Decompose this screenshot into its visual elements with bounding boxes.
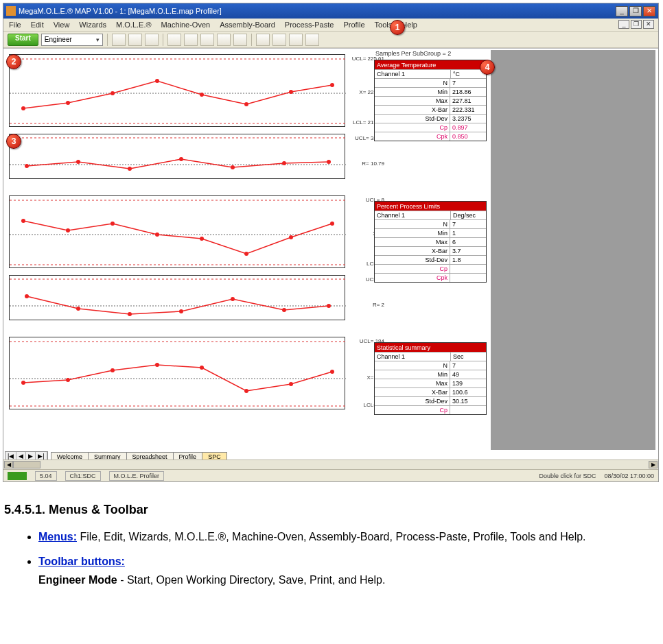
stats-table-b: Percent Process Limits Channel 1Deg/sec … bbox=[374, 201, 487, 283]
svg-point-38 bbox=[282, 308, 286, 312]
svg-point-13 bbox=[25, 164, 29, 168]
engineer-mode-text: - Start, Open Working Directory, Save, P… bbox=[117, 574, 386, 586]
work-area: Samples Per SubGroup = 2 UCL= 225.61 X= … bbox=[3, 48, 658, 469]
menu-machine-oven[interactable]: Machine-Oven bbox=[161, 21, 211, 29]
tool-button[interactable] bbox=[289, 34, 303, 46]
svg-point-37 bbox=[231, 297, 235, 301]
r-chart-b: UCL= 6 R= 2 bbox=[9, 275, 345, 320]
svg-point-17 bbox=[231, 165, 235, 169]
subgroup-label: Samples Per SubGroup = 2 bbox=[375, 50, 451, 57]
maximize-button[interactable]: ❐ bbox=[629, 6, 642, 16]
svg-point-28 bbox=[244, 252, 248, 256]
minimize-button[interactable]: _ bbox=[616, 6, 628, 16]
svg-point-33 bbox=[25, 294, 29, 298]
tool-button[interactable] bbox=[256, 34, 270, 46]
menu-process-paste[interactable]: Process-Paste bbox=[285, 21, 334, 29]
svg-point-16 bbox=[179, 157, 183, 161]
menu-mole[interactable]: M.O.L.E.® bbox=[116, 21, 152, 29]
svg-point-27 bbox=[200, 237, 204, 241]
svg-point-5 bbox=[110, 91, 115, 95]
spc-view: Samples Per SubGroup = 2 UCL= 225.61 X= … bbox=[3, 49, 658, 469]
app-screenshot: MegaM.O.L.E.® MAP V1.00 - 1: [MegaM.O.L.… bbox=[3, 3, 659, 482]
callout-1: 1 bbox=[390, 20, 405, 35]
xbar-chart-a: UCL= 225.61 X= 222.33 LCL= 219.07 bbox=[9, 54, 345, 127]
callout-2: 2 bbox=[6, 54, 21, 69]
save-button[interactable] bbox=[128, 34, 142, 46]
menus-text: File, Edit, Wizards, M.O.L.E.®, Machine-… bbox=[77, 531, 586, 542]
print-button[interactable] bbox=[145, 34, 159, 46]
svg-point-7 bbox=[200, 93, 204, 97]
tool-button[interactable] bbox=[167, 34, 181, 46]
separator bbox=[107, 34, 108, 46]
doc-section: 5.4.5.1. Menus & Toolbar Menus: File, Ed… bbox=[0, 503, 663, 614]
svg-point-26 bbox=[155, 232, 159, 237]
menu-wizards[interactable]: Wizards bbox=[79, 21, 106, 29]
svg-point-36 bbox=[179, 309, 183, 313]
svg-point-49 bbox=[289, 382, 293, 386]
menu-view[interactable]: View bbox=[54, 21, 70, 29]
svg-point-23 bbox=[21, 219, 25, 223]
svg-point-14 bbox=[76, 160, 80, 164]
r-chart-a: UCL= 34.21 R= 10.79 bbox=[9, 134, 345, 179]
menu-file[interactable]: File bbox=[9, 21, 21, 29]
svg-point-46 bbox=[155, 363, 159, 367]
toolbar-link[interactable]: Toolbar buttons: bbox=[38, 556, 125, 567]
doc-max-button[interactable]: ❐ bbox=[631, 20, 642, 29]
svg-point-25 bbox=[110, 222, 115, 226]
mode-select[interactable]: Engineer bbox=[41, 34, 103, 46]
status-indicator bbox=[8, 472, 27, 480]
menu-edit[interactable]: Edit bbox=[31, 21, 44, 29]
svg-point-44 bbox=[66, 378, 70, 382]
scroll-right-icon[interactable]: ▶ bbox=[649, 461, 658, 468]
h-scrollbar[interactable]: ◀ ▶ bbox=[3, 460, 658, 469]
window-title: MegaM.O.L.E.® MAP V1.00 - 1: [MegaM.O.L.… bbox=[19, 7, 616, 15]
table-header: Statistical summary bbox=[375, 343, 486, 352]
open-button[interactable] bbox=[112, 34, 126, 46]
svg-point-3 bbox=[21, 106, 25, 110]
help-button[interactable] bbox=[305, 34, 319, 46]
start-button[interactable]: Start bbox=[8, 34, 38, 46]
center-label: R= 10.79 bbox=[362, 160, 384, 167]
svg-point-15 bbox=[128, 167, 132, 171]
svg-point-6 bbox=[155, 79, 159, 83]
svg-point-29 bbox=[289, 235, 293, 239]
tool-button[interactable] bbox=[184, 34, 198, 46]
svg-point-18 bbox=[282, 161, 286, 165]
scroll-left-icon[interactable]: ◀ bbox=[4, 461, 13, 468]
svg-point-30 bbox=[330, 222, 334, 226]
section-heading: 5.4.5.1. Menus & Toolbar bbox=[4, 503, 659, 517]
doc-min-button[interactable]: _ bbox=[618, 20, 629, 29]
svg-point-50 bbox=[330, 370, 334, 374]
callout-4: 4 bbox=[480, 60, 495, 75]
app-icon bbox=[6, 6, 16, 16]
separator bbox=[251, 34, 252, 46]
svg-point-19 bbox=[327, 160, 331, 164]
menus-link[interactable]: Menus: bbox=[38, 531, 77, 542]
close-button[interactable]: ✕ bbox=[643, 6, 655, 16]
tool-button[interactable] bbox=[272, 34, 286, 46]
menu-profile[interactable]: Profile bbox=[343, 21, 364, 29]
menu-assembly-board[interactable]: Assembly-Board bbox=[220, 21, 275, 29]
tool-button[interactable] bbox=[217, 34, 231, 46]
status-value: 5.04 bbox=[35, 471, 57, 481]
svg-point-10 bbox=[330, 83, 334, 87]
svg-point-4 bbox=[66, 101, 70, 105]
svg-point-8 bbox=[244, 102, 248, 106]
scroll-thumb[interactable] bbox=[13, 461, 40, 468]
doc-close-button[interactable]: ✕ bbox=[643, 20, 654, 29]
engineer-mode-label: Engineer Mode bbox=[38, 574, 117, 586]
tool-button[interactable] bbox=[233, 34, 247, 46]
svg-point-24 bbox=[66, 228, 70, 232]
empty-pane bbox=[491, 50, 655, 450]
mode-value: Engineer bbox=[45, 36, 72, 43]
callout-3: 3 bbox=[6, 134, 21, 149]
tool-button[interactable] bbox=[200, 34, 214, 46]
svg-point-35 bbox=[128, 312, 132, 316]
separator bbox=[163, 34, 163, 46]
svg-point-47 bbox=[200, 366, 204, 370]
svg-point-9 bbox=[289, 90, 293, 94]
status-bar: 5.04 Ch1:SDC M.O.L.E. Profiler Double cl… bbox=[3, 469, 658, 481]
status-device: M.O.L.E. Profiler bbox=[109, 471, 165, 481]
svg-point-48 bbox=[244, 389, 248, 393]
svg-point-45 bbox=[110, 368, 115, 372]
